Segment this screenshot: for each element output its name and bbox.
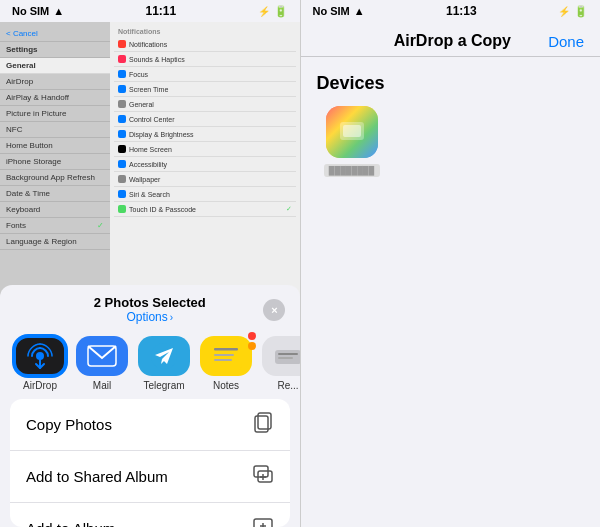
svg-rect-7	[214, 359, 232, 361]
app-item-mail[interactable]: Mail	[76, 336, 128, 391]
svg-rect-9	[278, 353, 298, 355]
status-time-left: 11:11	[145, 4, 176, 18]
devices-label: Devices	[317, 73, 585, 94]
settings-cancel[interactable]: < Cancel	[0, 26, 110, 42]
settings-overlay: < Cancel Settings General AirDrop AirPla…	[0, 22, 300, 302]
app-item-notes[interactable]: Notes	[200, 336, 252, 391]
options-button[interactable]: Options ›	[126, 310, 173, 324]
mail-label: Mail	[93, 380, 111, 391]
notes-app-icon[interactable]	[200, 336, 252, 376]
settings-main: Notifications Notifications Sounds & Hap…	[110, 22, 300, 302]
device-avatar	[326, 106, 378, 158]
apps-row: AirDrop Mail	[0, 330, 300, 399]
right-wifi-icon: ▲	[354, 5, 365, 17]
action-list: Copy Photos Add to Shared Album	[10, 399, 290, 527]
right-panel: No SIM ▲ 11:13 ⚡ 🔋 AirDrop a Copy Done D…	[301, 0, 601, 527]
telegram-label: Telegram	[143, 380, 184, 391]
svg-rect-6	[214, 354, 234, 356]
s11: Language & Region	[0, 234, 110, 250]
left-status-bar: No SIM ▲ 11:11 ⚡ 🔋	[0, 0, 300, 22]
s4: NFC	[0, 122, 110, 138]
airdrop-app-icon[interactable]	[14, 336, 66, 376]
share-sheet-header: 2 Photos Selected Options › ×	[0, 285, 300, 330]
airdrop-title: AirDrop a Copy	[394, 32, 511, 50]
sr8: Home Screen	[114, 142, 296, 157]
app-item-telegram[interactable]: Telegram	[138, 336, 190, 391]
battery-icon-right: 🔋	[574, 5, 588, 18]
battery-icon-left: 🔋	[274, 5, 288, 18]
s8: Date & Time	[0, 186, 110, 202]
s10: Fonts ✓	[0, 218, 110, 234]
right-charging-icon: ⚡	[558, 6, 570, 17]
status-time-right: 11:13	[446, 4, 477, 18]
svg-point-3	[151, 343, 177, 369]
chevron-right-icon: ›	[170, 312, 173, 323]
sr5: General	[114, 97, 296, 112]
airdrop-done-button[interactable]: Done	[548, 33, 584, 50]
sr11: Siri & Search	[114, 187, 296, 202]
svg-point-0	[36, 352, 44, 360]
device-item-0[interactable]: ████████	[317, 106, 387, 177]
copy-photos-icon	[252, 411, 274, 438]
s9: Keyboard	[0, 202, 110, 218]
s5: Home Button	[0, 138, 110, 154]
s1: AirDrop	[0, 74, 110, 90]
settings-sidebar: < Cancel Settings General AirDrop AirPla…	[0, 22, 110, 302]
sr12: Touch ID & Passcode✓	[114, 202, 296, 217]
s7: Background App Refresh	[0, 170, 110, 186]
sr2: Sounds & Haptics	[114, 52, 296, 67]
mail-svg-icon	[87, 345, 117, 367]
svg-rect-5	[214, 348, 238, 351]
copy-photos-action[interactable]: Copy Photos	[10, 399, 290, 451]
svg-rect-22	[343, 125, 361, 137]
more-svg-icon	[273, 346, 300, 366]
sr1: Notifications	[114, 37, 296, 52]
sr6: Control Center	[114, 112, 296, 127]
sr3: Focus	[114, 67, 296, 82]
wifi-icon: ▲	[53, 5, 64, 17]
more-label: Re...	[277, 380, 298, 391]
right-status-bar: No SIM ▲ 11:13 ⚡ 🔋	[301, 0, 601, 22]
mail-app-icon[interactable]	[76, 336, 128, 376]
settings-general[interactable]: General	[0, 58, 110, 74]
charging-icon: ⚡	[258, 6, 270, 17]
left-panel: No SIM ▲ 11:11 ⚡ 🔋 < Cancel Settings Gen…	[0, 0, 300, 527]
add-shared-album-action[interactable]: Add to Shared Album	[10, 451, 290, 503]
notes-svg-icon	[208, 338, 244, 374]
svg-rect-10	[278, 357, 293, 359]
telegram-svg-icon	[149, 342, 179, 370]
close-button[interactable]: ×	[263, 299, 285, 321]
share-title: 2 Photos Selected	[94, 295, 206, 310]
s2: AirPlay & Handoff	[0, 90, 110, 106]
app-item-airdrop[interactable]: AirDrop	[14, 336, 66, 391]
s3: Picture in Picture	[0, 106, 110, 122]
airdrop-svg-icon	[26, 342, 54, 370]
s6: iPhone Storage	[0, 154, 110, 170]
device-name: ████████	[324, 164, 380, 177]
telegram-app-icon[interactable]	[138, 336, 190, 376]
devices-section: Devices ███████	[301, 57, 601, 185]
add-album-icon	[252, 515, 274, 527]
app-item-more[interactable]: Re...	[262, 336, 300, 391]
carrier-label: No SIM	[12, 5, 49, 17]
airdrop-label: AirDrop	[23, 380, 57, 391]
add-shared-album-label: Add to Shared Album	[26, 468, 168, 485]
more-app-icon[interactable]	[262, 336, 300, 376]
right-carrier-label: No SIM	[313, 5, 350, 17]
sr10: Wallpaper	[114, 172, 296, 187]
add-album-action[interactable]: Add to Album	[10, 503, 290, 527]
airdrop-header: AirDrop a Copy Done	[301, 22, 601, 57]
share-sheet: 2 Photos Selected Options › ×	[0, 285, 300, 527]
options-label: Options	[126, 310, 167, 324]
sr7: Display & Brightness	[114, 127, 296, 142]
copy-photos-label: Copy Photos	[26, 416, 112, 433]
settings-label: Settings	[0, 42, 110, 58]
sr9: Accessibility	[114, 157, 296, 172]
notes-label: Notes	[213, 380, 239, 391]
add-album-label: Add to Album	[26, 520, 115, 527]
add-shared-album-icon	[252, 463, 274, 490]
sr4: Screen Time	[114, 82, 296, 97]
